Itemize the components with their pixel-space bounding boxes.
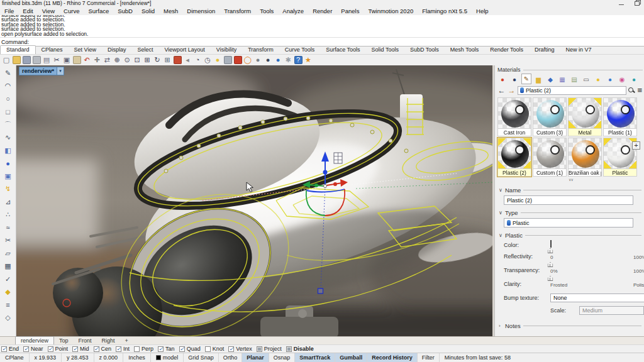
checkbox[interactable] <box>158 346 164 352</box>
osnap-checkbox[interactable]: Knot <box>205 346 225 352</box>
checkbox[interactable] <box>48 346 53 352</box>
menu-item[interactable]: Curve <box>59 7 84 15</box>
explode-icon[interactable]: ↯ <box>2 183 14 196</box>
zoom-icon[interactable]: ⊕ <box>113 56 121 64</box>
scale-icon[interactable]: ▱ <box>2 247 14 260</box>
array-icon[interactable]: ▦ <box>2 260 14 273</box>
new-viewport-tab[interactable]: + <box>120 337 133 344</box>
rectangle-icon[interactable]: □ <box>2 106 14 119</box>
checkbox[interactable] <box>116 346 121 352</box>
ortho-view-icon[interactable]: ◷ <box>204 56 212 64</box>
zoom-window-icon[interactable]: ⊡ <box>133 56 142 64</box>
save-icon[interactable] <box>23 56 31 64</box>
polyline-icon[interactable]: ◠ <box>2 80 14 93</box>
extrude-icon[interactable]: ⊿ <box>2 195 14 209</box>
layers-tab-icon[interactable]: ● <box>509 75 519 84</box>
sun-tab-icon[interactable]: ● <box>593 75 603 84</box>
status-toggle[interactable]: Planar <box>242 353 269 362</box>
toolbar-tab[interactable]: Transform <box>242 46 279 54</box>
solid-box-icon[interactable]: ▣ <box>2 170 14 183</box>
undo-icon[interactable]: ↶ <box>83 56 91 64</box>
trim-icon[interactable]: ✂ <box>2 234 14 248</box>
surface-icon[interactable]: ◧ <box>2 144 14 157</box>
toolbar-tab[interactable]: Drafting <box>529 46 560 54</box>
status-toggle[interactable]: Ortho <box>219 353 243 362</box>
viewport-tab-front[interactable]: Front <box>74 337 97 344</box>
forward-arrow-icon[interactable]: → <box>508 87 516 94</box>
Plastic (2)[interactable]: Plastic (2) <box>497 138 531 177</box>
slider-handle[interactable] <box>548 276 553 281</box>
status-toggle[interactable]: Osnap <box>269 353 296 362</box>
plastic-section-header[interactable]: ∨ Plastic <box>499 232 641 239</box>
status-field[interactable]: x 19.933 <box>30 353 62 362</box>
viewport-tab-renderview[interactable]: renderview <box>15 336 54 344</box>
gumball-menu-icon[interactable] <box>334 153 342 163</box>
osnap-checkbox[interactable]: Near <box>23 346 43 352</box>
points-icon[interactable]: ∴ <box>2 209 14 222</box>
osnap-checkbox[interactable]: Mid <box>72 346 89 352</box>
toolbar-tab[interactable]: Render Tools <box>484 46 529 54</box>
status-toggle[interactable]: SmartTrack <box>295 353 335 362</box>
viewport-title-dropdown[interactable]: ▾ <box>57 67 64 75</box>
pan-view-icon[interactable]: ◂ <box>184 56 192 64</box>
osnap-checkbox[interactable]: Point <box>48 346 69 352</box>
osnap-checkbox[interactable]: Cen <box>94 346 112 352</box>
object-tab-icon[interactable]: ◆ <box>545 75 555 84</box>
menu-item[interactable]: Tools <box>255 7 278 15</box>
print-icon[interactable] <box>33 56 41 64</box>
paste-icon[interactable] <box>73 56 81 64</box>
cplane-icon[interactable]: ◔ <box>194 56 202 64</box>
ring-icon[interactable]: ◯ <box>244 56 252 64</box>
sphere-gray-icon[interactable]: ● <box>254 56 262 64</box>
check-icon[interactable]: ✓ <box>2 273 14 286</box>
Plastic (1)[interactable]: Plastic (1) <box>603 97 637 136</box>
slider-handle[interactable] <box>548 248 553 253</box>
menu-item[interactable]: Transform <box>219 7 255 15</box>
cut-icon[interactable]: ✂ <box>53 56 61 64</box>
minimize-button[interactable] <box>619 1 625 6</box>
open-file-icon[interactable] <box>13 56 21 64</box>
collapse-grid-chevron[interactable]: ∨∨ <box>497 178 644 182</box>
environment-tab-icon[interactable]: ● <box>629 75 639 84</box>
copy-icon[interactable]: ▣ <box>63 56 71 64</box>
checkbox[interactable] <box>94 346 99 352</box>
toolbar-tab[interactable]: Display <box>102 46 132 54</box>
viewport-layout-icon[interactable]: ⊞ <box>164 56 172 64</box>
checkbox[interactable] <box>23 346 29 352</box>
material-name-input[interactable]: Plastic (2) <box>504 195 633 205</box>
layers-tool-icon[interactable]: ≡ <box>2 299 14 312</box>
type-section-header[interactable]: ∨ Type <box>499 209 641 216</box>
notifications-tab-icon[interactable]: ● <box>605 75 615 84</box>
toolbar-tab[interactable]: Curve Tools <box>279 46 320 54</box>
transparency-slider[interactable]: 0% 100% <box>550 266 644 276</box>
menu-item[interactable]: Render <box>308 7 336 15</box>
sphere-dark-icon[interactable]: ● <box>264 56 272 64</box>
rotate-view-icon[interactable]: ↻ <box>153 56 162 64</box>
named-view-icon[interactable] <box>174 56 182 64</box>
status-toggle[interactable]: Record History <box>367 353 418 362</box>
arc-icon[interactable]: ⌒ <box>2 118 14 131</box>
status-toggle[interactable]: Filter <box>418 353 440 362</box>
osnap-checkbox[interactable]: End <box>1 346 19 352</box>
gumball-origin[interactable] <box>324 185 327 188</box>
osnap-checkbox[interactable]: Tan <box>158 346 175 352</box>
name-section-header[interactable]: ∨ Name <box>499 187 641 194</box>
status-field[interactable]: y 28.453 <box>62 353 94 362</box>
viewport-canvas[interactable] <box>16 65 492 336</box>
flamingo-icon[interactable]: ★ <box>304 56 313 64</box>
status-field[interactable]: CPlane <box>0 353 30 362</box>
Cast Iron[interactable]: Cast Iron <box>497 97 531 136</box>
reflectivity-slider[interactable]: 0 100% <box>550 252 644 262</box>
shield-icon[interactable] <box>234 56 242 64</box>
osnap-checkbox[interactable]: Disable <box>286 346 314 352</box>
status-toggle[interactable]: Gumball <box>335 353 367 362</box>
checkbox[interactable] <box>1 346 7 352</box>
color-swatch[interactable] <box>550 240 552 248</box>
gumball-tool-icon[interactable]: ◆ <box>2 286 14 299</box>
checkbox[interactable] <box>72 346 78 352</box>
checkbox[interactable] <box>257 346 262 352</box>
clarity-slider[interactable]: Frosted Polished <box>550 280 644 290</box>
toolbar-tab[interactable]: Mesh Tools <box>445 46 484 54</box>
zoom-extents-icon[interactable]: ⊞ <box>143 56 152 64</box>
checkbox[interactable] <box>179 346 185 352</box>
